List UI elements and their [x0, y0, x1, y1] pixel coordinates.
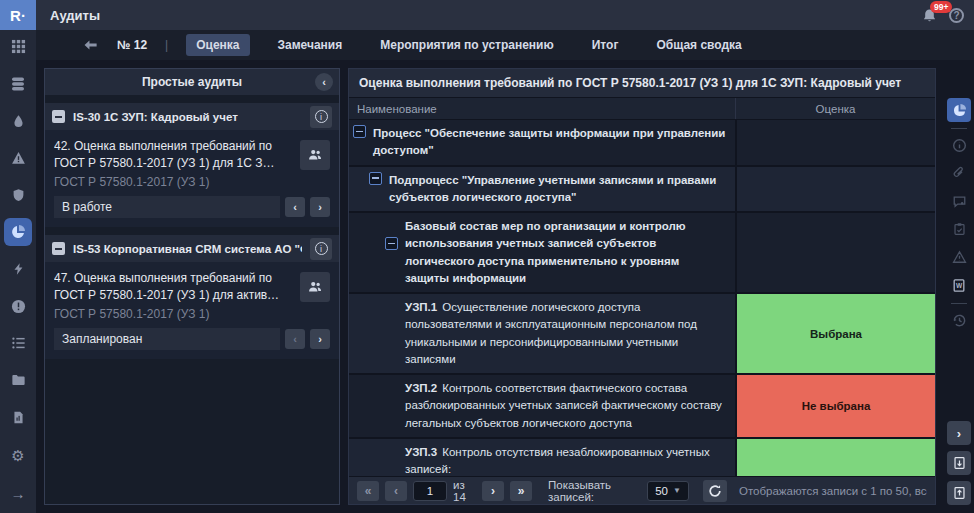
row-code: УЗП.1	[405, 301, 437, 313]
audit-card: IS-53 Корпоративная CRM система АО "Фили…	[45, 235, 339, 359]
row-text: Процесс "Обеспечение защиты информации п…	[373, 127, 725, 156]
asset-title: IS-53 Корпоративная CRM система АО "Фили…	[73, 243, 302, 255]
row-text: Осуществление логического доступа пользо…	[405, 301, 697, 365]
sidebar-item-events lightning-icon[interactable]	[4, 255, 32, 283]
tab-zamechaniya[interactable]: Замечания	[268, 34, 353, 56]
page-size-value: 50	[655, 485, 668, 497]
divider	[951, 128, 967, 129]
next-page-button chevron-right-icon[interactable]: ›	[482, 481, 504, 501]
row-text: Подпроцесс "Управление учетными записями…	[389, 172, 719, 207]
last-page-button double-chevron-right-icon[interactable]: »	[510, 481, 532, 501]
indeterminate-checkbox-icon[interactable]	[52, 110, 65, 123]
requirements-tree: Процесс "Обеспечение защиты информации п…	[349, 120, 935, 476]
simple-audits-panel: Простые аудиты ‹ IS-30 1С ЗУП: Кадровый …	[44, 68, 340, 505]
page-size-label: Показывать записей:	[548, 479, 641, 503]
info-button info-icon[interactable]: i	[310, 238, 332, 260]
records-summary: Отображаются записи с 1 по 50, всего 667	[739, 485, 927, 497]
collapse-minus-icon[interactable]	[385, 237, 398, 250]
page-number-input[interactable]	[413, 481, 447, 501]
status-prev-button chevron-left-icon[interactable]: ‹	[285, 197, 305, 217]
settings-gear-icon[interactable]: ⚙	[4, 442, 32, 470]
notification-badge: 99+	[930, 1, 952, 13]
score-badge[interactable]: Не выбрана	[737, 375, 935, 437]
row-code: УЗП.3	[405, 446, 437, 458]
table-row[interactable]: Базовый состав мер по организации и конт…	[349, 213, 935, 294]
column-header-score[interactable]: Оценка	[735, 98, 935, 119]
table-row[interactable]: УЗП.3Контроль отсутствия незаблокированн…	[349, 439, 935, 476]
notifications-button[interactable]: 99+	[922, 8, 937, 23]
status-select[interactable]: В работе	[54, 196, 280, 218]
status-next-button chevron-right-icon[interactable]: ›	[310, 197, 330, 217]
status-next-button chevron-right-icon[interactable]: ›	[310, 329, 330, 349]
sidebar-item-incidents alert-circle-icon[interactable]	[4, 292, 32, 320]
sidebar-item-assets database-icon[interactable]	[4, 70, 32, 98]
tool-word-report word-doc-icon[interactable]: W	[947, 273, 971, 297]
table-row[interactable]: УЗП.2Контроль соответствия фактического …	[349, 375, 935, 439]
nav-divider: |	[165, 38, 168, 52]
tab-meropriyatiya[interactable]: Мероприятия по устранению	[370, 34, 564, 56]
sidebar-item-documents folder-icon[interactable]	[4, 366, 32, 394]
top-bar: R· Аудиты 99+ ?	[0, 0, 974, 30]
indeterminate-checkbox-icon[interactable]	[52, 242, 65, 255]
sidebar-item-droplet droplet-icon[interactable]	[4, 107, 32, 135]
left-sidebar: ⚙ →	[0, 30, 36, 513]
audit-nav-bar: № 12 | Оценка Замечания Мероприятия по у…	[36, 30, 974, 60]
table-row[interactable]: Подпроцесс "Управление учетными записями…	[349, 167, 935, 214]
assignees-button people-icon[interactable]	[300, 140, 330, 170]
audit-standard: ГОСТ Р 57580.1-2017 (УЗ 1)	[54, 307, 330, 321]
collapse-minus-icon[interactable]	[353, 125, 366, 138]
chevron-down-icon: ▼	[673, 486, 681, 495]
column-header-name[interactable]: Наименование	[349, 98, 735, 119]
app-logo[interactable]: R·	[0, 0, 36, 30]
score-badge[interactable]: Выбрана	[737, 439, 935, 476]
tool-tab-assessment pie-chart-icon[interactable]	[947, 98, 971, 122]
info-button info-icon[interactable]: i	[310, 106, 332, 128]
asset-title: IS-30 1С ЗУП: Кадровый учет	[73, 111, 302, 123]
collapse-panel-button chevron-left-icon[interactable]: ‹	[315, 73, 333, 91]
row-text: Базовый состав мер по организации и конт…	[405, 218, 725, 287]
first-page-button double-chevron-left-icon[interactable]: «	[357, 481, 379, 501]
tool-history history-icon[interactable]	[947, 308, 971, 332]
tool-attachments paperclip-icon[interactable]	[947, 161, 971, 185]
sidebar-item-risks warning-icon[interactable]	[4, 144, 32, 172]
right-tool-strip: W ›	[944, 68, 974, 505]
panel-title: Простые аудиты	[69, 75, 315, 89]
refresh-button refresh-icon[interactable]	[703, 480, 727, 502]
audit-number: № 12	[117, 38, 147, 52]
row-text: Контроль соответствия фактического соста…	[405, 382, 722, 429]
assignees-button people-icon[interactable]	[300, 272, 330, 302]
audit-card: IS-30 1С ЗУП: Кадровый учет i 42. Оценка…	[45, 103, 339, 227]
svg-text:W: W	[956, 282, 963, 289]
tab-obshchaya-svodka[interactable]: Общая сводка	[646, 34, 751, 56]
prev-page-button chevron-left-icon[interactable]: ‹	[385, 481, 407, 501]
pagination-bar: « ‹ из 14 › » Показывать записей: 50 ▼ О…	[349, 476, 935, 504]
table-row[interactable]: УЗП.1Осуществление логического доступа п…	[349, 294, 935, 375]
row-code: УЗП.2	[405, 382, 437, 394]
score-badge[interactable]: Выбрана	[737, 294, 935, 373]
page-title: Аудиты	[50, 8, 100, 23]
tool-risks warning-icon[interactable]	[947, 245, 971, 269]
apps-grid-icon[interactable]	[4, 31, 32, 61]
export-upload-button doc-upload-icon[interactable]	[947, 481, 971, 505]
tool-info info-icon[interactable]	[947, 133, 971, 157]
export-download-button doc-download-icon[interactable]	[947, 451, 971, 475]
tab-otsenka[interactable]: Оценка	[186, 34, 249, 56]
table-row[interactable]: Процесс "Обеспечение защиты информации п…	[349, 120, 935, 167]
page-count-label: из 14	[453, 479, 476, 503]
sidebar-item-audits pie-chart-icon[interactable]	[4, 218, 32, 246]
collapse-strip-button chevron-right-icon[interactable]: ›	[947, 421, 971, 445]
sidebar-item-reports report-file-icon[interactable]	[4, 403, 32, 431]
page-size-select[interactable]: 50 ▼	[647, 481, 689, 501]
divider	[951, 303, 967, 304]
sidebar-item-tasks list-icon[interactable]	[4, 329, 32, 357]
collapse-minus-icon[interactable]	[369, 172, 382, 185]
status-select[interactable]: Запланирован	[54, 328, 280, 350]
back-button[interactable]	[82, 38, 99, 52]
tab-itog[interactable]: Итог	[582, 34, 629, 56]
status-prev-button chevron-left-icon[interactable]: ‹	[285, 329, 305, 349]
tool-comments chat-icon[interactable]	[947, 189, 971, 213]
row-text: Контроль отсутствия незаблокированных уч…	[405, 446, 712, 476]
sidebar-item-security shield-icon[interactable]	[4, 181, 32, 209]
sidebar-expand-arrow-icon[interactable]: →	[4, 479, 32, 507]
tool-tasks clipboard-check-icon[interactable]	[947, 217, 971, 241]
